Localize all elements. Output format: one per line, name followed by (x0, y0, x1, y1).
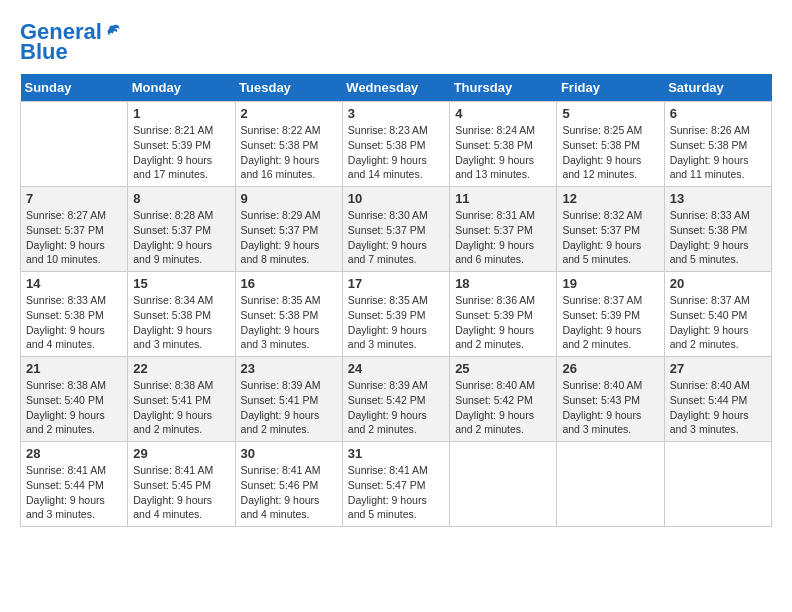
day-info: Sunrise: 8:22 AMSunset: 5:38 PMDaylight:… (241, 123, 337, 182)
day-info: Sunrise: 8:33 AMSunset: 5:38 PMDaylight:… (670, 208, 766, 267)
calendar-cell: 28Sunrise: 8:41 AMSunset: 5:44 PMDayligh… (21, 442, 128, 527)
calendar-cell: 23Sunrise: 8:39 AMSunset: 5:41 PMDayligh… (235, 357, 342, 442)
day-number: 10 (348, 191, 444, 206)
day-number: 30 (241, 446, 337, 461)
day-info: Sunrise: 8:37 AMSunset: 5:39 PMDaylight:… (562, 293, 658, 352)
calendar-table: SundayMondayTuesdayWednesdayThursdayFrid… (20, 74, 772, 527)
col-header-monday: Monday (128, 74, 235, 102)
calendar-cell: 2Sunrise: 8:22 AMSunset: 5:38 PMDaylight… (235, 102, 342, 187)
calendar-cell: 16Sunrise: 8:35 AMSunset: 5:38 PMDayligh… (235, 272, 342, 357)
day-info: Sunrise: 8:41 AMSunset: 5:44 PMDaylight:… (26, 463, 122, 522)
day-info: Sunrise: 8:40 AMSunset: 5:42 PMDaylight:… (455, 378, 551, 437)
col-header-thursday: Thursday (450, 74, 557, 102)
day-number: 25 (455, 361, 551, 376)
day-info: Sunrise: 8:41 AMSunset: 5:46 PMDaylight:… (241, 463, 337, 522)
calendar-cell: 6Sunrise: 8:26 AMSunset: 5:38 PMDaylight… (664, 102, 771, 187)
day-number: 24 (348, 361, 444, 376)
col-header-sunday: Sunday (21, 74, 128, 102)
logo-blue: Blue (20, 40, 68, 64)
day-info: Sunrise: 8:24 AMSunset: 5:38 PMDaylight:… (455, 123, 551, 182)
day-number: 8 (133, 191, 229, 206)
day-info: Sunrise: 8:40 AMSunset: 5:43 PMDaylight:… (562, 378, 658, 437)
day-number: 7 (26, 191, 122, 206)
calendar-cell: 4Sunrise: 8:24 AMSunset: 5:38 PMDaylight… (450, 102, 557, 187)
day-number: 5 (562, 106, 658, 121)
calendar-cell (557, 442, 664, 527)
day-info: Sunrise: 8:32 AMSunset: 5:37 PMDaylight:… (562, 208, 658, 267)
day-info: Sunrise: 8:35 AMSunset: 5:39 PMDaylight:… (348, 293, 444, 352)
calendar-week-2: 7Sunrise: 8:27 AMSunset: 5:37 PMDaylight… (21, 187, 772, 272)
day-number: 26 (562, 361, 658, 376)
day-info: Sunrise: 8:29 AMSunset: 5:37 PMDaylight:… (241, 208, 337, 267)
day-info: Sunrise: 8:39 AMSunset: 5:41 PMDaylight:… (241, 378, 337, 437)
day-number: 31 (348, 446, 444, 461)
day-info: Sunrise: 8:23 AMSunset: 5:38 PMDaylight:… (348, 123, 444, 182)
day-info: Sunrise: 8:27 AMSunset: 5:37 PMDaylight:… (26, 208, 122, 267)
day-number: 19 (562, 276, 658, 291)
calendar-cell: 8Sunrise: 8:28 AMSunset: 5:37 PMDaylight… (128, 187, 235, 272)
calendar-cell: 17Sunrise: 8:35 AMSunset: 5:39 PMDayligh… (342, 272, 449, 357)
calendar-cell: 25Sunrise: 8:40 AMSunset: 5:42 PMDayligh… (450, 357, 557, 442)
day-info: Sunrise: 8:40 AMSunset: 5:44 PMDaylight:… (670, 378, 766, 437)
calendar-cell (664, 442, 771, 527)
day-info: Sunrise: 8:41 AMSunset: 5:47 PMDaylight:… (348, 463, 444, 522)
day-number: 27 (670, 361, 766, 376)
calendar-cell (21, 102, 128, 187)
calendar-cell: 14Sunrise: 8:33 AMSunset: 5:38 PMDayligh… (21, 272, 128, 357)
calendar-week-3: 14Sunrise: 8:33 AMSunset: 5:38 PMDayligh… (21, 272, 772, 357)
calendar-week-4: 21Sunrise: 8:38 AMSunset: 5:40 PMDayligh… (21, 357, 772, 442)
day-info: Sunrise: 8:36 AMSunset: 5:39 PMDaylight:… (455, 293, 551, 352)
day-info: Sunrise: 8:30 AMSunset: 5:37 PMDaylight:… (348, 208, 444, 267)
day-number: 23 (241, 361, 337, 376)
day-info: Sunrise: 8:25 AMSunset: 5:38 PMDaylight:… (562, 123, 658, 182)
calendar-cell: 15Sunrise: 8:34 AMSunset: 5:38 PMDayligh… (128, 272, 235, 357)
calendar-cell: 9Sunrise: 8:29 AMSunset: 5:37 PMDaylight… (235, 187, 342, 272)
day-info: Sunrise: 8:37 AMSunset: 5:40 PMDaylight:… (670, 293, 766, 352)
calendar-cell: 5Sunrise: 8:25 AMSunset: 5:38 PMDaylight… (557, 102, 664, 187)
calendar-cell: 1Sunrise: 8:21 AMSunset: 5:39 PMDaylight… (128, 102, 235, 187)
day-number: 3 (348, 106, 444, 121)
calendar-cell: 19Sunrise: 8:37 AMSunset: 5:39 PMDayligh… (557, 272, 664, 357)
day-number: 29 (133, 446, 229, 461)
day-number: 1 (133, 106, 229, 121)
calendar-cell: 27Sunrise: 8:40 AMSunset: 5:44 PMDayligh… (664, 357, 771, 442)
day-number: 18 (455, 276, 551, 291)
day-number: 6 (670, 106, 766, 121)
calendar-cell: 13Sunrise: 8:33 AMSunset: 5:38 PMDayligh… (664, 187, 771, 272)
day-info: Sunrise: 8:21 AMSunset: 5:39 PMDaylight:… (133, 123, 229, 182)
day-number: 20 (670, 276, 766, 291)
calendar-cell: 31Sunrise: 8:41 AMSunset: 5:47 PMDayligh… (342, 442, 449, 527)
col-header-saturday: Saturday (664, 74, 771, 102)
calendar-cell: 20Sunrise: 8:37 AMSunset: 5:40 PMDayligh… (664, 272, 771, 357)
day-info: Sunrise: 8:28 AMSunset: 5:37 PMDaylight:… (133, 208, 229, 267)
col-header-wednesday: Wednesday (342, 74, 449, 102)
day-number: 2 (241, 106, 337, 121)
logo: General Blue (20, 20, 122, 64)
header-row: SundayMondayTuesdayWednesdayThursdayFrid… (21, 74, 772, 102)
day-number: 15 (133, 276, 229, 291)
day-number: 22 (133, 361, 229, 376)
day-info: Sunrise: 8:38 AMSunset: 5:41 PMDaylight:… (133, 378, 229, 437)
calendar-cell: 26Sunrise: 8:40 AMSunset: 5:43 PMDayligh… (557, 357, 664, 442)
col-header-friday: Friday (557, 74, 664, 102)
day-number: 17 (348, 276, 444, 291)
calendar-cell: 30Sunrise: 8:41 AMSunset: 5:46 PMDayligh… (235, 442, 342, 527)
day-number: 11 (455, 191, 551, 206)
day-number: 9 (241, 191, 337, 206)
day-number: 13 (670, 191, 766, 206)
day-info: Sunrise: 8:39 AMSunset: 5:42 PMDaylight:… (348, 378, 444, 437)
day-info: Sunrise: 8:41 AMSunset: 5:45 PMDaylight:… (133, 463, 229, 522)
calendar-cell: 24Sunrise: 8:39 AMSunset: 5:42 PMDayligh… (342, 357, 449, 442)
day-number: 21 (26, 361, 122, 376)
day-info: Sunrise: 8:35 AMSunset: 5:38 PMDaylight:… (241, 293, 337, 352)
day-info: Sunrise: 8:34 AMSunset: 5:38 PMDaylight:… (133, 293, 229, 352)
calendar-cell: 3Sunrise: 8:23 AMSunset: 5:38 PMDaylight… (342, 102, 449, 187)
logo-bird-icon (104, 23, 122, 41)
page-header: General Blue (20, 20, 772, 64)
day-number: 28 (26, 446, 122, 461)
calendar-cell (450, 442, 557, 527)
calendar-cell: 29Sunrise: 8:41 AMSunset: 5:45 PMDayligh… (128, 442, 235, 527)
day-number: 4 (455, 106, 551, 121)
day-number: 12 (562, 191, 658, 206)
day-info: Sunrise: 8:31 AMSunset: 5:37 PMDaylight:… (455, 208, 551, 267)
